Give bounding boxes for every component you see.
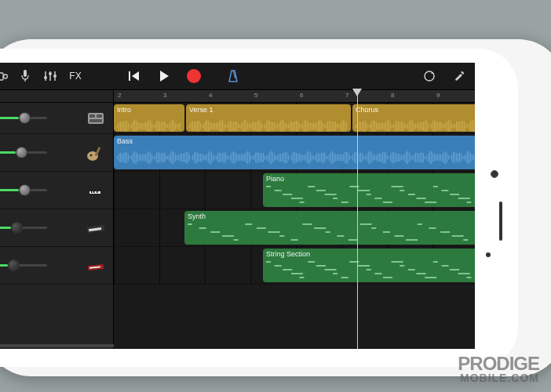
mic-icon[interactable] [17,68,33,84]
playhead[interactable] [357,90,358,349]
svg-rect-284 [177,155,177,161]
svg-rect-419 [389,157,389,158]
svg-rect-23 [97,191,98,193]
volume-slider[interactable] [0,117,47,119]
clip[interactable]: Bass [114,136,475,169]
svg-rect-344 [271,151,272,165]
track-row[interactable]: Bass [114,134,475,172]
metronome-icon[interactable] [225,68,241,84]
svg-rect-514 [360,223,372,225]
svg-rect-51 [153,125,154,127]
volume-slider[interactable] [0,189,47,191]
svg-rect-351 [282,154,283,162]
svg-rect-326 [243,154,243,162]
clip[interactable]: String Section [263,249,475,282]
svg-rect-430 [406,151,407,163]
drums-icon[interactable] [85,107,107,129]
clip[interactable]: Synth [184,211,475,245]
svg-rect-519 [418,223,422,225]
wrench-icon[interactable] [451,68,467,84]
svg-rect-271 [156,153,157,162]
svg-rect-309 [216,155,217,159]
svg-rect-215 [426,121,427,132]
svg-rect-82 [210,122,210,130]
svg-rect-190 [387,120,388,132]
volume-slider[interactable] [0,151,47,154]
svg-rect-158 [329,121,330,132]
svg-rect-140 [301,125,301,127]
svg-rect-145 [308,122,309,130]
browser-icon[interactable] [0,68,8,84]
svg-rect-480 [316,190,326,191]
svg-rect-332 [252,157,253,159]
svg-rect-285 [178,155,179,160]
strings-icon[interactable] [85,255,107,277]
svg-rect-241 [467,125,468,127]
track-row[interactable]: String Section [114,247,475,285]
svg-rect-69 [189,125,190,128]
svg-rect-39 [134,120,135,132]
svg-rect-135 [293,122,294,130]
svg-rect-88 [219,122,220,131]
loop-icon[interactable] [421,68,437,84]
fx-button[interactable]: FX [68,68,83,84]
svg-rect-543 [425,277,436,278]
svg-rect-327 [244,154,245,161]
svg-rect-304 [208,152,209,162]
svg-rect-433 [411,155,411,161]
svg-rect-468 [465,154,466,162]
clip[interactable]: Chorus [352,104,475,132]
svg-rect-230 [450,121,451,132]
track-row[interactable]: IntroVerse 1Chorus [114,103,475,134]
mixer-icon[interactable] [42,68,58,84]
svg-rect-86 [216,123,217,130]
svg-rect-403 [363,156,364,160]
synth-icon[interactable] [85,217,107,239]
svg-rect-98 [235,122,235,131]
svg-rect-143 [305,120,306,132]
prev-icon[interactable] [126,68,142,84]
record-icon[interactable] [186,68,202,84]
clip[interactable]: Piano [263,173,475,207]
svg-rect-79 [205,122,206,132]
clip-label: Synth [188,212,475,220]
play-icon[interactable] [156,68,172,84]
svg-rect-287 [181,154,182,162]
svg-rect-533 [341,277,348,278]
bass-icon[interactable] [85,142,107,164]
volume-slider[interactable] [0,227,47,229]
svg-rect-124 [276,124,276,129]
svg-rect-157 [327,122,328,132]
svg-rect-249 [122,153,122,162]
svg-rect-467 [464,155,465,159]
svg-rect-442 [425,156,425,159]
watermark: PRODIGE MOBILE.COM [458,353,539,384]
svg-rect-240 [465,123,466,129]
svg-rect-436 [415,153,416,162]
svg-rect-281 [172,151,173,165]
svg-rect-113 [258,120,259,132]
svg-rect-529 [308,261,315,263]
track-row[interactable]: Synth [114,209,475,247]
svg-rect-537 [374,273,381,274]
svg-rect-146 [310,123,311,130]
volume-slider[interactable] [0,264,47,267]
track-row[interactable]: Piano [114,172,475,209]
clip[interactable]: Verse 1 [186,104,351,132]
svg-rect-68 [180,122,181,130]
svg-rect-41 [137,122,138,130]
svg-rect-64 [173,121,174,132]
svg-rect-117 [265,124,265,129]
tracks-area[interactable]: IntroVerse 1ChorusBassPianoSynthString S… [114,103,475,285]
ruler[interactable]: 23456789 [114,90,475,103]
svg-rect-495 [441,190,448,191]
clip[interactable]: Intro [114,104,184,132]
svg-rect-508 [291,239,298,241]
timeline[interactable]: 23456789 IntroVerse 1ChorusBassPianoSynt… [114,90,475,349]
piano-icon[interactable] [85,180,107,201]
svg-rect-104 [244,120,245,132]
svg-rect-507 [279,235,284,237]
svg-rect-229 [448,120,449,132]
track-control [0,247,113,285]
svg-rect-163 [337,124,338,129]
